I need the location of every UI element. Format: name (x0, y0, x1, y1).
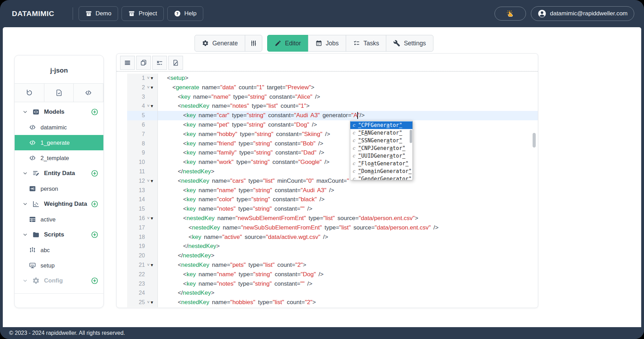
format-validate-button[interactable] (168, 56, 183, 70)
code-line[interactable]: 13 <key name="name" type="string" consta… (117, 186, 538, 195)
code-text[interactable]: <nestedKey name="newSubSubElementFromEnt… (158, 223, 538, 233)
code-line[interactable]: 1˅▼<setup> (117, 74, 538, 83)
refresh-button[interactable] (14, 83, 44, 102)
tree-item-setup[interactable]: SQLsetup (15, 258, 103, 273)
code-text[interactable]: <nestedKey name="pets" type="list" count… (158, 261, 538, 270)
weather-button[interactable] (495, 7, 526, 21)
code-text[interactable]: <nestedKey name="notes" type="list" coun… (158, 101, 538, 111)
tab-tasks[interactable]: Tasks (346, 35, 387, 52)
validate-file-button[interactable] (44, 83, 74, 102)
code-line[interactable]: 15 <key name="notes" type="string" const… (117, 204, 538, 214)
autocomplete-option[interactable]: c"UUIDGenerator" (350, 152, 412, 160)
demo-button[interactable]: Demo (79, 6, 118, 21)
fold-toggle-icon[interactable]: ˅▼ (147, 214, 158, 223)
code-text[interactable]: <key name="color" type="string" constant… (158, 195, 538, 204)
fold-toggle-icon[interactable]: ˅▼ (147, 83, 158, 92)
code-line[interactable]: 25˅▼ <nestedKey name="hobbies" type="lis… (117, 298, 538, 307)
autocomplete-option[interactable]: c"SSNGenerator" (350, 137, 412, 144)
code-text[interactable]: <key name="work" type="string" constant=… (158, 158, 538, 167)
code-text[interactable]: <nestedKey name="cars" type="list" minCo… (158, 176, 538, 186)
tree-item-person[interactable]: person (15, 181, 103, 196)
autocomplete-option[interactable]: c"CNPJGenerator" (350, 144, 412, 152)
fold-toggle-icon[interactable]: ˅▼ (147, 101, 158, 111)
code-text[interactable]: <key name="car" type="string" constant="… (158, 111, 538, 120)
fold-toggle-icon[interactable]: ˅▼ (147, 176, 158, 186)
justify-icon-button[interactable] (120, 56, 135, 70)
plus-circle-icon[interactable] (91, 231, 98, 239)
code-line[interactable]: 24 </nestedKey> (117, 288, 538, 298)
code-text[interactable]: </nestedKey> (158, 288, 538, 298)
tree-item-active[interactable]: active (15, 212, 103, 227)
chevron-down-icon[interactable] (22, 171, 29, 176)
tab-settings[interactable]: Settings (386, 35, 433, 52)
code-line[interactable]: 8 <key name="friend" type="string" const… (117, 139, 538, 149)
plus-circle-icon[interactable] (91, 200, 98, 208)
code-text[interactable]: </nestedKey> (158, 242, 538, 251)
autocomplete-option[interactable]: c"FloatGenerator" (350, 160, 412, 167)
code-line[interactable]: 7 <key name="hobby" type="string" consta… (117, 130, 538, 139)
code-line[interactable]: 16˅▼ <nestedKey name="newSubElementFromE… (117, 214, 538, 223)
tree-section-entity-data[interactable]: Entity Data (15, 166, 103, 181)
code-text[interactable]: <key name="name" type="string" constant=… (158, 92, 538, 102)
autocomplete-option[interactable]: c"EANGenerator" (350, 129, 412, 137)
code-text[interactable]: <key name="active" source="data/active.w… (158, 233, 538, 242)
code-line[interactable]: 2˅▼ <generate name="data" count="1" targ… (117, 83, 538, 92)
code-line[interactable]: 4˅▼ <nestedKey name="notes" type="list" … (117, 101, 538, 111)
insert-variable-button[interactable] (152, 56, 167, 70)
code-text[interactable]: <nestedKey name="hobbies" type="list" co… (158, 298, 538, 307)
chevron-down-icon[interactable] (22, 109, 29, 115)
tab-editor[interactable]: Editor (267, 35, 308, 52)
code-line[interactable]: 9 <key name="family" type="string" const… (117, 148, 538, 158)
fold-toggle-icon[interactable]: ˅▼ (147, 261, 158, 270)
chevron-down-icon[interactable] (22, 232, 29, 238)
tree-section-scripts[interactable]: Scripts (15, 227, 103, 242)
code-line[interactable]: 18 <key name="active" source="data/activ… (117, 233, 538, 242)
chevron-down-icon[interactable] (22, 201, 29, 207)
autocomplete-option[interactable]: c"DomainGenerator" (350, 167, 412, 175)
code-line[interactable]: 19 </nestedKey> (117, 242, 538, 251)
code-text[interactable]: <key name="hobby" type="string" constant… (158, 130, 538, 139)
code-text[interactable]: <generate name="data" count="1" target="… (158, 83, 538, 92)
tab-jobs[interactable]: Jobs (308, 35, 346, 52)
code-text[interactable]: <key name="name" type="string" constant=… (158, 186, 538, 195)
code-editor[interactable]: 1˅▼<setup>2˅▼ <generate name="data" coun… (117, 71, 538, 307)
tree-section-models[interactable]: Models (15, 104, 103, 120)
tree-section-config[interactable]: Config (15, 273, 103, 288)
code-text[interactable]: <key name="friend" type="string" constan… (158, 139, 538, 149)
code-text[interactable]: <setup> (158, 74, 538, 83)
plus-circle-icon[interactable] (91, 108, 98, 116)
code-text[interactable]: </nestedKey> (158, 167, 538, 176)
code-text[interactable]: <nestedKey name="newSubElementFromEnt" t… (158, 214, 538, 223)
chevron-down-icon[interactable] (22, 278, 29, 284)
code-text[interactable]: <key name="family" type="string" constan… (158, 148, 538, 158)
tree-item-1_generate[interactable]: 1_generate (15, 135, 103, 150)
tree-item-2_template[interactable]: 2_template (15, 150, 103, 166)
editor-scrollbar[interactable] (533, 133, 536, 148)
code-line[interactable]: 10 <key name="work" type="string" consta… (117, 158, 538, 167)
code-line[interactable]: 14 <key name="color" type="string" const… (117, 195, 538, 204)
code-line[interactable]: 22 <key name="name" type="string" consta… (117, 270, 538, 279)
plus-circle-icon[interactable] (91, 277, 98, 285)
code-line[interactable]: 11 </nestedKey> (117, 167, 538, 176)
code-text[interactable]: <key name="notes" type="string" constant… (158, 204, 538, 214)
fold-toggle-icon[interactable]: ˅▼ (147, 298, 158, 307)
tree-section-weighting-data[interactable]: Weighting Data (15, 196, 103, 212)
popup-scrollbar[interactable] (410, 130, 412, 143)
code-line[interactable]: 3 <key name="name" type="string" constan… (117, 92, 538, 102)
code-view-button[interactable] (73, 83, 103, 102)
user-account-button[interactable]: datamimic@rapiddweller.com (531, 6, 634, 21)
code-text[interactable]: <key name="pet" type="string" constant="… (158, 120, 538, 130)
fold-toggle-icon[interactable]: ˅▼ (147, 74, 158, 83)
code-line[interactable]: 12˅▼ <nestedKey name="cars" type="list" … (117, 176, 538, 186)
copy-button[interactable] (136, 56, 151, 70)
code-text[interactable]: <key name="name" type="string" constant=… (158, 270, 538, 279)
code-line[interactable]: 17 <nestedKey name="newSubSubElementFrom… (117, 223, 538, 233)
generate-options-button[interactable] (245, 35, 262, 52)
tree-item-abc[interactable]: abc (15, 242, 103, 258)
help-button[interactable]: ? Help (167, 6, 203, 21)
autocomplete-option[interactable]: c"CPFGenerator" (350, 121, 412, 129)
tree-item-datamimic[interactable]: datamimic (15, 120, 103, 135)
code-line[interactable]: 5 <key name="car" type="string" constant… (117, 111, 538, 120)
plus-circle-icon[interactable] (91, 170, 98, 177)
code-line[interactable]: 23 <key name="notes" type="string" const… (117, 279, 538, 289)
